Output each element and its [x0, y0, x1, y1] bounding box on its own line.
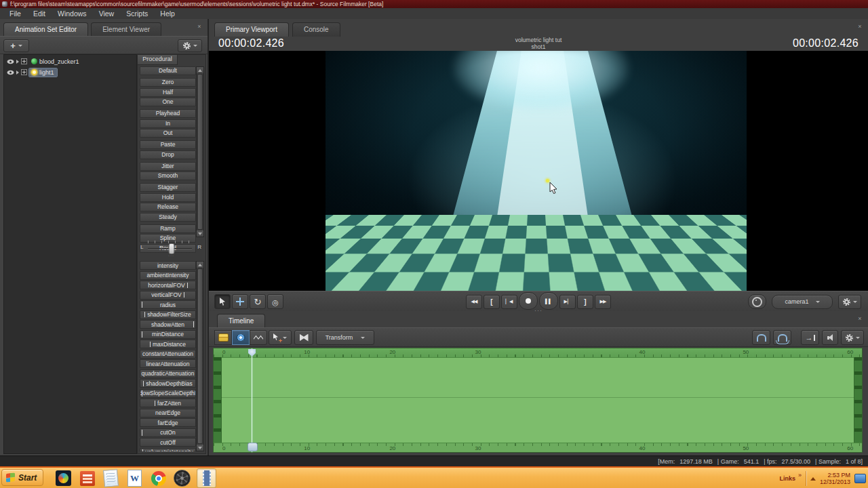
property-slider[interactable]: linearAttenuation	[140, 359, 196, 368]
property-slider[interactable]: volumetricIntensity	[140, 448, 196, 452]
menu-item[interactable]: Help	[154, 9, 181, 18]
tab-timeline[interactable]: Timeline	[217, 314, 265, 328]
tree-item-selection[interactable]: light1	[29, 68, 57, 77]
taskbar-app-button[interactable]	[173, 469, 191, 487]
links-toolbar-label[interactable]: Links	[779, 475, 795, 482]
procedural-tab[interactable]: Procedural	[138, 55, 178, 65]
tool-button[interactable]	[214, 294, 231, 309]
menu-item[interactable]: File	[3, 9, 27, 18]
preset-button[interactable]: Stagger	[140, 183, 196, 192]
property-scrollbar[interactable]	[196, 261, 204, 451]
tree-row[interactable]: blood_zucker1	[4, 57, 136, 66]
chevron-overflow-icon[interactable]	[798, 472, 802, 479]
preset-button[interactable]: Steady	[140, 213, 196, 222]
scroll-down-icon[interactable]	[197, 230, 203, 237]
menu-item[interactable]: View	[93, 9, 121, 18]
preset-button[interactable]: Smooth	[140, 171, 196, 180]
preset-button[interactable]: Half	[140, 88, 196, 97]
playhead-line[interactable]	[252, 348, 252, 452]
add-animation-set-button[interactable]	[3, 39, 29, 52]
property-slider[interactable]: farEdge	[140, 418, 196, 427]
property-slider[interactable]: cutOff	[140, 438, 196, 447]
taskbar-app-button[interactable]	[149, 469, 167, 487]
viewport-3d-view[interactable]	[209, 51, 868, 291]
preset-button[interactable]: Paste	[140, 140, 196, 149]
preset-button[interactable]: Zero	[140, 78, 196, 87]
preset-button[interactable]: Ramp	[140, 224, 196, 233]
visibility-eye-icon[interactable]	[7, 70, 14, 75]
transport-button[interactable]	[484, 295, 500, 309]
tree-row[interactable]: light1	[4, 68, 136, 77]
playable-arrow-icon[interactable]	[16, 60, 19, 64]
preset-button[interactable]: Default	[140, 66, 196, 75]
panel-tab[interactable]: Animation Set Editor	[3, 22, 88, 37]
panel-tab[interactable]: Console	[292, 22, 340, 37]
tool-button[interactable]	[250, 294, 266, 309]
transport-button[interactable]	[577, 295, 593, 309]
scroll-down-icon[interactable]	[197, 445, 203, 451]
start-button[interactable]: Start	[1, 469, 43, 486]
panel-tab[interactable]: Primary Viewport	[214, 22, 289, 37]
panel-tab[interactable]: Element Viewer	[91, 22, 161, 37]
property-slider[interactable]: radius	[140, 300, 196, 309]
preset-scrollbar[interactable]	[196, 66, 204, 237]
camera-view-button[interactable]	[748, 294, 766, 309]
preset-button[interactable]: In	[140, 119, 196, 128]
taskbar-app-button[interactable]	[102, 469, 120, 487]
preset-button[interactable]: Jitter	[140, 162, 196, 171]
close-icon[interactable]	[196, 23, 203, 30]
retime-button[interactable]	[294, 330, 313, 345]
property-slider[interactable]: quadraticAttenuation	[140, 369, 196, 378]
animation-set-options-button[interactable]	[178, 39, 202, 52]
transport-button[interactable]	[595, 295, 611, 309]
property-slider[interactable]: shadowDepthBias	[140, 379, 196, 388]
add-keyframe-button[interactable]	[269, 330, 292, 345]
viewport-options-button[interactable]	[838, 295, 861, 309]
scroll-up-icon[interactable]	[197, 262, 203, 268]
display-settings-icon[interactable]	[854, 474, 866, 483]
property-slider[interactable]: farZAtten	[140, 399, 196, 407]
camera-select-dropdown[interactable]: camera1	[772, 295, 833, 309]
expand-icon[interactable]	[21, 69, 27, 75]
taskbar-app-button[interactable]	[197, 468, 216, 488]
close-icon[interactable]	[856, 315, 863, 322]
taskbar-app-button[interactable]	[125, 469, 144, 487]
playable-arrow-icon[interactable]	[16, 70, 19, 75]
preset-button[interactable]: One	[140, 98, 196, 106]
editor-mode-button[interactable]	[214, 330, 232, 345]
preset-button[interactable]: Drop	[140, 150, 196, 159]
playhead-marker-bottom[interactable]	[248, 443, 258, 451]
timeline-options-button[interactable]	[841, 330, 864, 345]
property-slider[interactable]: cutOn	[140, 428, 196, 437]
menu-item[interactable]: Edit	[27, 9, 52, 18]
close-icon[interactable]	[856, 23, 863, 30]
property-slider[interactable]: shadowFilterSize	[140, 310, 196, 319]
scrollbar-thumb[interactable]	[197, 268, 203, 444]
timeline-ruler-top[interactable]: 0102030405060	[214, 348, 862, 358]
preset-button[interactable]: Out	[140, 129, 196, 138]
property-slider[interactable]: shadowAtten	[140, 320, 196, 329]
audio-mute-button[interactable]	[822, 330, 838, 345]
menu-item[interactable]: Windows	[52, 9, 93, 18]
property-slider[interactable]: constantAttenuation	[140, 350, 196, 359]
taskbar-app-button[interactable]	[78, 469, 96, 487]
slider-handle[interactable]	[168, 243, 174, 254]
tool-button[interactable]	[267, 294, 283, 309]
property-slider[interactable]: nearEdge	[140, 409, 196, 418]
transport-button[interactable]	[466, 295, 482, 309]
visibility-eye-icon[interactable]	[7, 59, 14, 64]
tool-button[interactable]	[232, 294, 248, 309]
preset-button[interactable]: Playhead	[140, 109, 196, 118]
snap-to-frames-button[interactable]	[773, 330, 791, 345]
scroll-up-icon[interactable]	[197, 67, 203, 73]
show-hidden-icons-icon[interactable]	[810, 477, 816, 481]
preset-button[interactable]: Hold	[140, 193, 196, 202]
expand-icon[interactable]	[21, 58, 27, 64]
property-slider[interactable]: intensity	[140, 261, 196, 270]
jump-to-playhead-button[interactable]	[801, 330, 819, 345]
taskbar-app-button[interactable]	[54, 469, 73, 487]
transport-button[interactable]	[501, 295, 517, 309]
scrollbar-thumb[interactable]	[197, 74, 203, 230]
property-slider[interactable]: maxDistance	[140, 340, 196, 348]
preset-button[interactable]: Release	[140, 203, 196, 211]
